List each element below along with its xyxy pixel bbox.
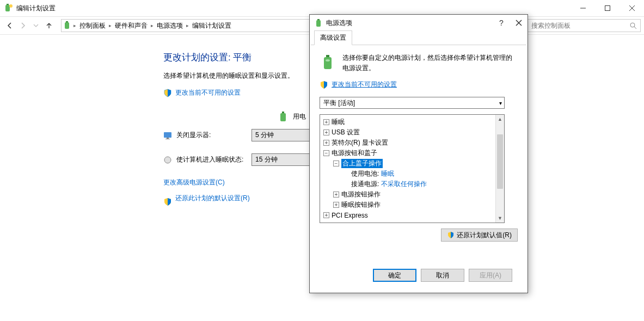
svg-point-23 bbox=[326, 59, 330, 61]
restore-plan-defaults-link[interactable]: 还原此计划的默认设置(R) bbox=[175, 194, 250, 203]
crumb-edit-plan[interactable]: 编辑计划设置 bbox=[190, 21, 234, 30]
svg-rect-4 bbox=[605, 6, 610, 11]
svg-rect-21 bbox=[324, 57, 332, 69]
nav-forward-button[interactable] bbox=[17, 20, 28, 31]
tree-scrollbar[interactable]: ▲ ▼ bbox=[495, 115, 504, 223]
tree-item-sleep[interactable]: +睡眠 bbox=[321, 117, 503, 127]
dialog-tabs: 高级设置 bbox=[310, 31, 528, 45]
crumb-power-options[interactable]: 电源选项 bbox=[155, 21, 185, 30]
tree-item-power-button-action[interactable]: +电源按钮操作 bbox=[321, 189, 503, 200]
shield-icon bbox=[447, 231, 455, 239]
scroll-down-button[interactable]: ▼ bbox=[496, 214, 504, 223]
col-battery-label: 用电 bbox=[293, 112, 306, 121]
svg-rect-13 bbox=[164, 132, 171, 138]
tree-item-pci-express[interactable]: +PCI Express bbox=[321, 210, 503, 220]
search-icon bbox=[630, 22, 637, 29]
svg-rect-15 bbox=[165, 139, 170, 139]
cancel-button[interactable]: 取消 bbox=[421, 269, 464, 282]
scroll-thumb[interactable] bbox=[497, 134, 503, 189]
shield-icon bbox=[163, 197, 172, 206]
scroll-up-button[interactable]: ▲ bbox=[496, 115, 504, 124]
restore-plan-defaults-button[interactable]: 还原计划默认值(R) bbox=[441, 229, 518, 242]
svg-rect-17 bbox=[316, 20, 321, 27]
row-sleep-label: 使计算机进入睡眠状态: bbox=[176, 155, 252, 164]
svg-rect-8 bbox=[66, 21, 68, 22]
power-options-dialog: 电源选项 ? 高级设置 选择你要自定义的电源计划，然后选择你希望计算机管理的电源… bbox=[309, 14, 528, 293]
tree-item-intel-graphics[interactable]: +英特尔(R) 显卡设置 bbox=[321, 138, 503, 148]
search-placeholder: 搜索控制面板 bbox=[531, 21, 571, 30]
shield-icon bbox=[163, 89, 172, 97]
plan-select[interactable]: 平衡 [活动] ▾ bbox=[320, 97, 505, 109]
window-close-button[interactable] bbox=[620, 0, 644, 16]
settings-tree[interactable]: +睡眠 +USB 设置 +英特尔(R) 显卡设置 −电源按钮和盖子 −合上盖子操… bbox=[320, 114, 505, 223]
svg-rect-11 bbox=[280, 113, 286, 121]
svg-point-9 bbox=[630, 23, 635, 27]
svg-point-2 bbox=[9, 4, 13, 8]
nav-back-button[interactable] bbox=[4, 20, 15, 31]
tree-item-plugged-in[interactable]: 接通电源: 不采取任何操作 bbox=[321, 179, 503, 189]
moon-icon bbox=[163, 156, 172, 164]
chevron-right-icon[interactable]: ▸ bbox=[109, 23, 112, 28]
apply-button[interactable]: 应用(A) bbox=[469, 269, 512, 282]
tree-item-lid-close-action[interactable]: −合上盖子操作 bbox=[321, 158, 503, 169]
dialog-title: 电源选项 bbox=[326, 18, 352, 28]
tree-item-power-buttons-lid[interactable]: −电源按钮和盖子 bbox=[321, 148, 503, 158]
dialog-intro-text: 选择你要自定义的电源计划，然后选择你希望计算机管理的电源设置。 bbox=[342, 53, 518, 73]
window-maximize-button[interactable] bbox=[595, 0, 620, 16]
crumb-hardware-sound[interactable]: 硬件和声音 bbox=[113, 21, 150, 30]
svg-rect-18 bbox=[317, 19, 320, 20]
nav-recent-button[interactable] bbox=[30, 20, 41, 31]
dialog-help-button[interactable]: ? bbox=[495, 18, 508, 27]
row-display-off-label: 关闭显示器: bbox=[176, 131, 252, 140]
shield-icon bbox=[320, 81, 328, 89]
tree-item-sleep-button-action[interactable]: +睡眠按钮操作 bbox=[321, 200, 503, 210]
window-title: 编辑计划设置 bbox=[16, 4, 56, 13]
dialog-close-button[interactable] bbox=[512, 16, 525, 29]
monitor-icon bbox=[163, 131, 172, 140]
svg-rect-12 bbox=[282, 112, 284, 113]
battery-large-icon bbox=[320, 53, 337, 73]
svg-rect-14 bbox=[167, 138, 169, 139]
nav-up-button[interactable] bbox=[44, 20, 54, 31]
dialog-unavailable-link[interactable]: 更改当前不可用的设置 bbox=[332, 80, 397, 89]
tree-item-usb[interactable]: +USB 设置 bbox=[321, 127, 503, 138]
change-unavailable-link[interactable]: 更改当前不可用的设置 bbox=[175, 88, 241, 97]
dialog-titlebar[interactable]: 电源选项 ? bbox=[310, 15, 528, 31]
search-input[interactable]: 搜索控制面板 bbox=[528, 19, 641, 32]
svg-point-16 bbox=[164, 157, 171, 163]
svg-rect-7 bbox=[65, 22, 69, 29]
battery-icon bbox=[278, 110, 290, 122]
svg-rect-22 bbox=[326, 55, 329, 57]
app-icon bbox=[4, 4, 13, 13]
chevron-right-icon[interactable]: ▸ bbox=[186, 23, 189, 28]
chevron-down-icon: ▾ bbox=[499, 100, 502, 106]
chevron-right-icon[interactable]: ▸ bbox=[151, 23, 154, 28]
window-minimize-button[interactable] bbox=[571, 0, 595, 16]
tree-item-on-battery[interactable]: 使用电池: 睡眠 bbox=[321, 169, 503, 179]
plan-selected-value: 平衡 [活动] bbox=[323, 98, 355, 108]
tab-advanced-settings[interactable]: 高级设置 bbox=[314, 30, 352, 45]
svg-rect-0 bbox=[5, 5, 10, 11]
ok-button[interactable]: 确定 bbox=[373, 269, 416, 282]
control-panel-icon bbox=[64, 21, 72, 30]
crumb-control-panel[interactable]: 控制面板 bbox=[77, 21, 108, 30]
svg-rect-1 bbox=[7, 4, 9, 5]
chevron-right-icon[interactable]: ▸ bbox=[73, 23, 76, 28]
svg-line-10 bbox=[634, 27, 636, 29]
power-icon bbox=[314, 18, 323, 27]
